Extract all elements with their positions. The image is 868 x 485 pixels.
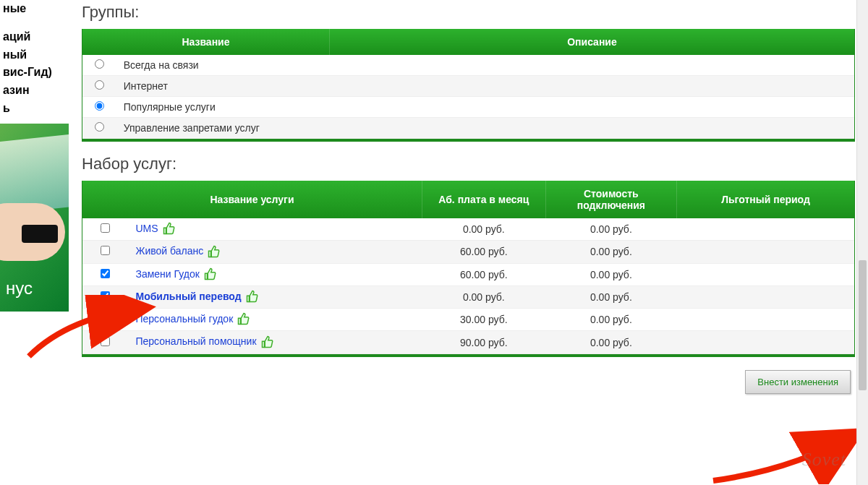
table-row: UMS0.00 руб.0.00 руб. — [82, 218, 854, 241]
group-desc — [329, 76, 854, 97]
sidebar-item[interactable]: ные — [0, 0, 69, 18]
scrollbar-thumb[interactable] — [859, 260, 867, 390]
col-header-service-name: Название услуги — [82, 181, 422, 218]
grace-cell — [677, 263, 854, 286]
table-row: Мобильный перевод0.00 руб.0.00 руб. — [82, 286, 854, 308]
sidebar-item[interactable]: азин — [0, 82, 69, 100]
grace-cell — [677, 218, 854, 241]
fee-cell: 90.00 руб. — [422, 331, 545, 353]
submit-button[interactable]: Внести изменения — [745, 370, 851, 394]
annotation-arrow-icon — [706, 426, 868, 484]
scrollbar[interactable] — [856, 0, 868, 485]
group-radio[interactable] — [95, 59, 104, 69]
fee-cell: 30.00 руб. — [422, 309, 545, 331]
thumbs-up-icon — [204, 267, 217, 280]
banner-text: нус — [6, 278, 33, 299]
service-link[interactable]: Персональный гудок — [135, 313, 233, 325]
col-header-desc: Описание — [329, 29, 854, 55]
group-desc — [329, 97, 854, 118]
thumbs-up-icon — [237, 312, 250, 325]
fee-cell: 60.00 руб. — [422, 241, 545, 263]
submit-row: Внести изменения — [82, 370, 855, 394]
table-row: Замени Гудок60.00 руб.0.00 руб. — [82, 263, 854, 286]
sidebar: ные аций ный вис-Гид) азин ь нус — [0, 0, 69, 485]
cost-cell: 0.00 руб. — [545, 286, 676, 308]
fee-cell: 0.00 руб. — [422, 218, 545, 241]
fee-cell: 0.00 руб. — [422, 286, 545, 308]
col-header-name: Название — [82, 29, 329, 55]
service-checkbox[interactable] — [101, 291, 110, 301]
promo-banner: нус — [0, 124, 69, 312]
thumbs-up-icon — [208, 244, 221, 257]
service-link[interactable]: Персональный помощник — [135, 335, 256, 347]
grace-cell — [677, 309, 854, 331]
groups-title: Группы: — [82, 3, 855, 22]
group-radio[interactable] — [95, 122, 104, 132]
col-header-grace: Льготный период — [677, 181, 854, 218]
thumbs-up-icon — [261, 335, 274, 348]
thumbs-up-icon — [246, 290, 259, 303]
service-checkbox[interactable] — [101, 246, 110, 255]
cost-cell: 0.00 руб. — [545, 331, 676, 353]
table-row: Интернет — [82, 76, 854, 97]
service-checkbox[interactable] — [101, 223, 110, 233]
cost-cell: 0.00 руб. — [545, 218, 676, 241]
services-title: Набор услуг: — [82, 155, 855, 173]
service-checkbox[interactable] — [101, 314, 110, 323]
service-link[interactable]: UMS — [135, 223, 158, 234]
table-row: Персональный помощник90.00 руб.0.00 руб. — [82, 331, 854, 353]
group-radio[interactable] — [95, 80, 104, 90]
grace-cell — [677, 331, 854, 353]
service-link[interactable]: Мобильный перевод — [135, 291, 241, 302]
grace-cell — [677, 241, 854, 263]
col-header-fee: Аб. плата в месяц — [422, 181, 545, 218]
group-name: Всегда на связи — [116, 55, 330, 76]
services-table: Название услуги Аб. плата в месяц Стоимо… — [82, 181, 854, 354]
main-content: Группы: Название Описание Всегда на связ… — [69, 0, 868, 485]
group-desc — [329, 118, 854, 139]
table-row: Живой баланс60.00 руб.0.00 руб. — [82, 241, 854, 263]
sidebar-item[interactable]: вис-Гид) — [0, 64, 69, 82]
table-row: Персональный гудок30.00 руб.0.00 руб. — [82, 309, 854, 331]
service-checkbox[interactable] — [101, 337, 110, 346]
group-name: Управление запретами услуг — [116, 118, 330, 139]
grace-cell — [677, 286, 854, 308]
thumbs-up-icon — [163, 222, 176, 235]
fee-cell: 60.00 руб. — [422, 263, 545, 286]
service-checkbox[interactable] — [101, 269, 110, 278]
table-row: Популярные услуги — [82, 97, 854, 118]
sidebar-item[interactable]: ь — [0, 100, 69, 118]
table-row: Управление запретами услуг — [82, 118, 854, 139]
group-radio[interactable] — [95, 101, 104, 111]
service-link[interactable]: Замени Гудок — [135, 268, 199, 280]
service-link[interactable]: Живой баланс — [135, 245, 203, 257]
groups-panel: Название Описание Всегда на связиИнтерне… — [82, 29, 855, 142]
group-name: Популярные услуги — [116, 97, 330, 118]
sidebar-item[interactable]: ный — [0, 46, 69, 64]
cost-cell: 0.00 руб. — [545, 263, 676, 286]
cost-cell: 0.00 руб. — [545, 309, 676, 331]
groups-table: Название Описание Всегда на связиИнтерне… — [82, 29, 854, 139]
group-name: Интернет — [116, 76, 330, 97]
group-desc — [329, 55, 854, 76]
services-panel: Название услуги Аб. плата в месяц Стоимо… — [82, 181, 855, 357]
sidebar-item[interactable]: аций — [0, 28, 69, 46]
table-row: Всегда на связи — [82, 55, 854, 76]
col-header-cost: Стоимость подключения — [545, 181, 676, 218]
cost-cell: 0.00 руб. — [545, 241, 676, 263]
